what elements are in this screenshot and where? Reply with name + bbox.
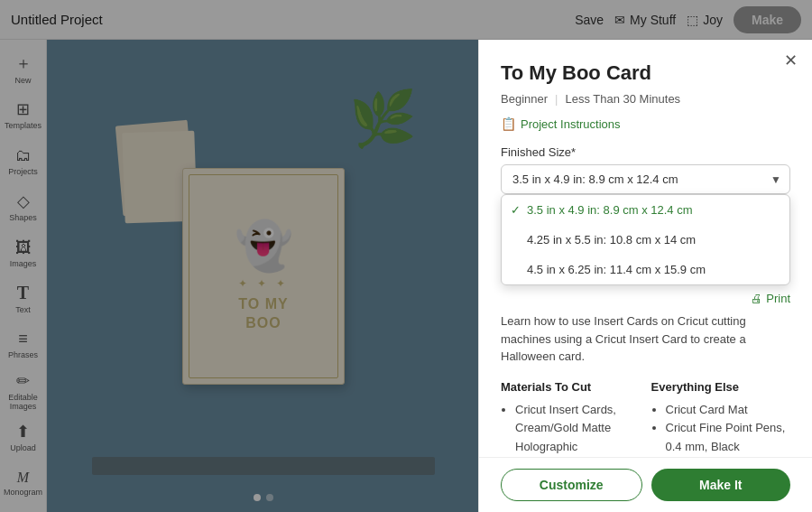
customize-button[interactable]: Customize	[501, 469, 642, 501]
everything-else-heading: Everything Else	[651, 380, 791, 394]
list-item: Cricut Card Mat	[666, 401, 791, 420]
modal-title: To My Boo Card	[501, 61, 790, 85]
list-item: Cricut Insert Cards, Cream/Gold Matte Ho…	[515, 401, 641, 457]
materials-to-cut-list: Cricut Insert Cards, Cream/Gold Matte Ho…	[501, 401, 641, 457]
everything-else-col: Everything Else Cricut Card Mat Cricut F…	[651, 380, 791, 457]
dropdown-option-1[interactable]: 3.5 in x 4.9 in: 8.9 cm x 12.4 cm	[502, 195, 789, 225]
printer-icon: 🖨	[751, 292, 762, 305]
materials-section: Materials To Cut Cricut Insert Cards, Cr…	[501, 380, 790, 457]
selected-size-text: 3.5 in x 4.9 in: 8.9 cm x 12.4 cm	[512, 172, 678, 186]
finished-size-label: Finished Size*	[501, 145, 790, 159]
project-instructions-link[interactable]: 📋 Project Instructions	[501, 116, 790, 131]
dropdown-option-2[interactable]: 4.25 in x 5.5 in: 10.8 cm x 14 cm	[502, 225, 789, 255]
size-dropdown-container: 3.5 in x 4.9 in: 8.9 cm x 12.4 cm ▼ 3.5 …	[501, 164, 790, 194]
difficulty-label: Beginner	[501, 92, 548, 106]
print-row: 🖨 Print	[501, 292, 790, 305]
materials-to-cut-heading: Materials To Cut	[501, 380, 641, 394]
size-dropdown[interactable]: 3.5 in x 4.9 in: 8.9 cm x 12.4 cm	[501, 164, 790, 194]
meta-separator: |	[555, 92, 558, 106]
everything-else-list: Cricut Card Mat Cricut Fine Point Pens, …	[651, 401, 791, 457]
dropdown-option-3[interactable]: 4.5 in x 6.25 in: 11.4 cm x 15.9 cm	[502, 255, 789, 284]
instructions-label: Project Instructions	[521, 117, 621, 131]
instructions-icon: 📋	[501, 116, 516, 131]
modal-meta: Beginner | Less Than 30 Minutes	[501, 92, 790, 106]
modal-body: To My Boo Card Beginner | Less Than 30 M…	[479, 40, 812, 512]
time-label: Less Than 30 Minutes	[565, 92, 680, 106]
list-item: Cricut Fine Point Pens, 0.4 mm, Black	[666, 419, 791, 457]
materials-to-cut-col: Materials To Cut Cricut Insert Cards, Cr…	[501, 380, 641, 457]
print-button[interactable]: 🖨 Print	[751, 292, 790, 305]
project-description: Learn how to use Insert Cards on Cricut …	[501, 312, 790, 366]
modal-footer: Customize Make It	[479, 457, 812, 512]
make-it-button[interactable]: Make It	[651, 469, 791, 501]
close-button[interactable]: ✕	[784, 52, 798, 69]
project-modal: ✕ To My Boo Card Beginner | Less Than 30…	[478, 40, 812, 512]
dropdown-list: 3.5 in x 4.9 in: 8.9 cm x 12.4 cm 4.25 i…	[501, 194, 790, 285]
